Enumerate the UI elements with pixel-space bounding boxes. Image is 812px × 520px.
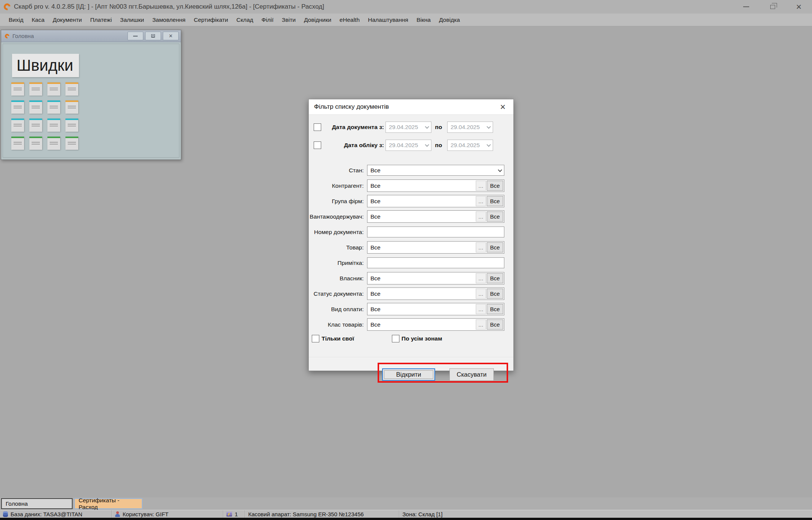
menu-dovidka[interactable]: Довідка (435, 14, 464, 26)
open-button[interactable]: Відкрити (382, 368, 435, 381)
date-accounting-checkbox[interactable] (314, 141, 321, 149)
quick-tile[interactable] (29, 119, 42, 132)
quick-tile[interactable] (47, 119, 60, 132)
menu-zvity[interactable]: Звіти (278, 14, 300, 26)
chevron-down-icon (425, 142, 429, 146)
quick-tile[interactable] (29, 137, 42, 150)
child-window-title: Головна (12, 33, 127, 39)
all-button[interactable]: Все (487, 289, 503, 299)
app-logo-icon (2, 2, 12, 11)
quick-tile[interactable] (47, 137, 60, 150)
quick-tile[interactable] (11, 82, 24, 96)
tab-golovna[interactable]: Головна (1, 498, 73, 509)
stan-row: Стан: Все (309, 163, 513, 178)
kontragent-row: Контрагент: Все … Все (309, 178, 513, 193)
date-document-to-combo[interactable]: 29.04.2025 (447, 122, 493, 133)
menu-sklad[interactable]: Склад (232, 14, 257, 26)
menu-dokumenty[interactable]: Документи (49, 14, 86, 26)
grupa-firm-row: Група фірм: Все … Все (309, 193, 513, 209)
menu-dovidnyky[interactable]: Довідники (300, 14, 335, 26)
all-button[interactable]: Все (487, 181, 503, 191)
date-document-checkbox[interactable] (314, 123, 321, 131)
date-accounting-row: Дата обліку з: 29.04.2025 по 29.04.2025 (314, 139, 513, 151)
browse-button[interactable]: … (476, 211, 486, 222)
filter-dialog: Фільтр списку документів ✕ Дата документ… (308, 99, 514, 371)
tilky-svoi-checkbox[interactable] (312, 335, 319, 342)
quick-tile[interactable] (65, 119, 78, 132)
vantazhooderzhuvach-field[interactable]: Все … Все (367, 210, 504, 223)
child-restore-button[interactable] (145, 32, 161, 40)
child-window-golovna: Головна ✕ Швидки (1, 30, 181, 160)
browse-button[interactable]: … (476, 304, 486, 314)
menu-vykhid[interactable]: Вихід (5, 14, 27, 26)
tab-sertyfikaty-raskhod[interactable]: Сертификаты - Расход (74, 498, 143, 509)
quick-tile[interactable] (65, 100, 78, 114)
menu-filii[interactable]: Філії (257, 14, 278, 26)
klas-tovariv-field[interactable]: Все … Все (367, 318, 504, 331)
restore-button[interactable] (759, 0, 786, 14)
date-accounting-from-combo[interactable]: 29.04.2025 (386, 140, 431, 151)
quick-access-panel: Швидки (3, 44, 179, 158)
status-dokumenta-row: Статус документа: Все … Все (309, 286, 513, 301)
all-button[interactable]: Все (487, 304, 503, 314)
child-minimize-button[interactable] (127, 32, 143, 40)
menu-vikna[interactable]: Вікна (412, 14, 435, 26)
browse-button[interactable]: … (476, 242, 486, 252)
menu-nalashtuvannia[interactable]: Налаштування (364, 14, 412, 26)
bottom-strip (0, 518, 812, 520)
po-usim-zonam-checkbox[interactable] (392, 335, 399, 342)
browse-button[interactable]: … (476, 319, 486, 330)
menu-kasa[interactable]: Каса (27, 14, 49, 26)
kontragent-field[interactable]: Все … Все (367, 179, 504, 192)
menu-zamovlennia[interactable]: Замовлення (148, 14, 190, 26)
tovar-field[interactable]: Все … Все (367, 241, 504, 254)
vyd-oplaty-field[interactable]: Все … Все (367, 303, 504, 315)
browse-button[interactable]: … (476, 196, 486, 206)
dialog-close-button[interactable]: ✕ (498, 102, 508, 112)
klas-tovariv-row: Клас товарів: Все … Все (309, 317, 513, 332)
field-label: Вид оплати: (309, 306, 367, 313)
chevron-down-icon (487, 142, 491, 146)
quick-tile[interactable] (65, 137, 78, 150)
quick-tile[interactable] (11, 119, 24, 132)
quick-tile[interactable] (65, 82, 78, 96)
field-label: Вантажоодержувач: (309, 213, 367, 220)
field-label: Дата обліку з: (326, 142, 384, 149)
all-button[interactable]: Все (487, 242, 503, 252)
cancel-button[interactable]: Скасувати (449, 368, 494, 381)
menu-ehealth[interactable]: eHealth (335, 14, 364, 26)
status-dokumenta-field[interactable]: Все … Все (367, 287, 504, 300)
child-close-button[interactable]: ✕ (163, 32, 179, 40)
quick-tile[interactable] (11, 137, 24, 150)
grupa-firm-field[interactable]: Все … Все (367, 195, 504, 207)
quick-tile[interactable] (47, 82, 60, 96)
prymitka-input[interactable] (367, 257, 504, 268)
status-user: Користувач: GIFT (112, 510, 223, 518)
database-label: База даних: TASA3@TITAN (11, 511, 82, 517)
quick-tile[interactable] (47, 100, 60, 114)
menu-platezhi[interactable]: Платежі (86, 14, 116, 26)
browse-button[interactable]: … (476, 289, 486, 299)
all-button[interactable]: Все (487, 273, 503, 283)
vlasnyk-field[interactable]: Все … Все (367, 272, 504, 284)
all-button[interactable]: Все (487, 319, 503, 330)
date-document-from-combo[interactable]: 29.04.2025 (386, 122, 431, 133)
all-button[interactable]: Все (487, 196, 503, 206)
browse-button[interactable]: … (476, 181, 486, 191)
close-button[interactable]: ✕ (786, 0, 812, 14)
user-icon (115, 511, 120, 517)
menu-zalyshky[interactable]: Залишки (116, 14, 148, 26)
stan-combo[interactable]: Все (367, 165, 504, 176)
quick-tile[interactable] (29, 82, 42, 96)
tovar-row: Товар: Все … Все (309, 240, 513, 255)
quick-tile[interactable] (11, 100, 24, 114)
quick-tile[interactable] (29, 100, 42, 114)
nomer-dokumenta-input[interactable] (367, 227, 504, 237)
conjunction-label: по (431, 142, 446, 149)
browse-button[interactable]: … (476, 273, 486, 283)
chevron-down-icon (498, 167, 502, 172)
all-button[interactable]: Все (487, 211, 503, 222)
menu-sertyfikaty[interactable]: Сертифікати (190, 14, 232, 26)
date-accounting-to-combo[interactable]: 29.04.2025 (447, 140, 493, 151)
minimize-button[interactable] (733, 0, 759, 14)
